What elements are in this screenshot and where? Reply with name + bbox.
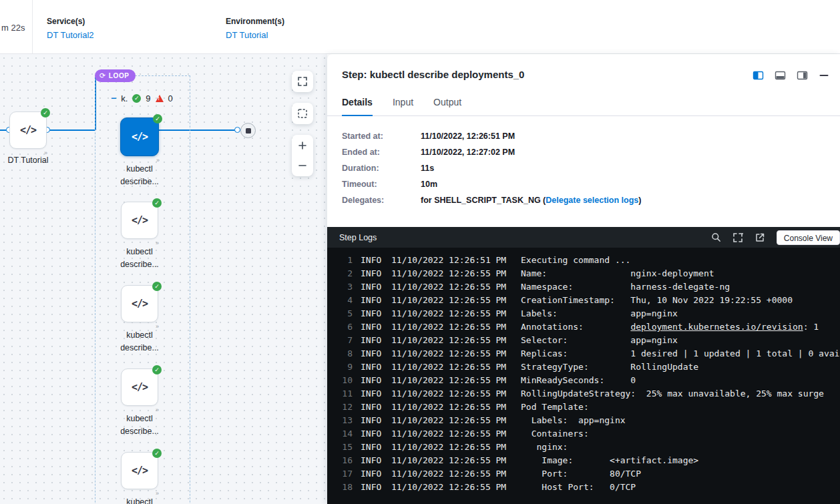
pipeline-step-node[interactable]: </>✓»: [120, 117, 159, 156]
services-value-link[interactable]: DT Tutorial2: [47, 30, 94, 40]
search-icon[interactable]: [711, 232, 721, 242]
detail-label: Duration:: [342, 164, 421, 173]
environments-label: Environment(s): [226, 17, 284, 26]
detail-value: 11s: [421, 164, 434, 173]
step-type-icon: »: [44, 150, 47, 156]
details-tabs: DetailsInputOutput: [327, 97, 840, 116]
log-line-number: 6: [334, 320, 353, 334]
log-message: Labels: app=nginx: [521, 414, 626, 427]
pipeline-node-start[interactable]: </> ✓ »: [9, 111, 47, 149]
log-line: 1INFO11/10/2022 12:26:51 PMExecuting com…: [327, 254, 840, 267]
log-timestamp: 11/10/2022 12:26:55 PM: [391, 347, 506, 360]
delegate-selection-logs-link[interactable]: Delegate selection logs: [546, 196, 638, 205]
tab-output[interactable]: Output: [433, 97, 461, 115]
detail-row: Duration:11s: [342, 164, 825, 173]
success-icon: ✓: [152, 282, 162, 291]
canvas-select-button[interactable]: [292, 103, 313, 124]
port-icon: [234, 127, 240, 133]
detail-row: Started at:11/10/2022, 12:26:51 PM: [342, 132, 825, 141]
code-icon: </>: [132, 381, 148, 393]
log-line: 9INFO11/10/2022 12:26:55 PMStrategyType:…: [327, 360, 840, 374]
zoom-out-icon[interactable]: [297, 160, 308, 171]
canvas-fullscreen-button[interactable]: [292, 71, 313, 92]
step-details-panel: Step: kubectl describe deployments_0: [327, 54, 840, 504]
error-count-icon: [156, 95, 164, 102]
loop-badge: ⟳ LOOP: [95, 69, 136, 82]
log-annotation-link[interactable]: deployment.kubernetes.io/revision: [630, 322, 803, 332]
log-level: INFO: [361, 280, 385, 294]
log-line-number: 3: [334, 280, 353, 294]
pipeline-node-end[interactable]: [240, 123, 256, 138]
right-panel-icon[interactable]: [797, 70, 808, 81]
pipeline-step-node[interactable]: </>✓»: [121, 368, 158, 406]
log-line: 11INFO11/10/2022 12:26:55 PMRollingUpdat…: [327, 387, 840, 401]
pipeline-step-node[interactable]: </>✓»: [121, 452, 158, 489]
log-line: 18INFO11/10/2022 12:26:55 PM Host Port: …: [327, 481, 840, 494]
open-in-new-icon[interactable]: [755, 232, 765, 243]
minimize-icon[interactable]: [819, 70, 829, 81]
log-message: Containers:: [521, 427, 589, 441]
log-timestamp: 11/10/2022 12:26:55 PM: [391, 414, 506, 427]
log-lines[interactable]: 1INFO11/10/2022 12:26:51 PMExecuting com…: [327, 248, 840, 504]
console-view-button[interactable]: Console View: [777, 230, 840, 245]
log-line: 8INFO11/10/2022 12:26:55 PMReplicas: 1 d…: [327, 347, 840, 360]
log-line: 2INFO11/10/2022 12:26:55 PMName: nginx-d…: [327, 267, 840, 280]
edge-start-to-loop: [47, 130, 95, 131]
loop-icon: ⟳: [99, 71, 106, 80]
tab-input[interactable]: Input: [393, 97, 413, 115]
step-panel-title: Step: kubectl describe deployments_0: [342, 69, 524, 80]
log-timestamp: 11/10/2022 12:26:51 PM: [391, 254, 506, 267]
step-node-label: kubectldescribe...: [110, 163, 170, 188]
log-line: 13INFO11/10/2022 12:26:55 PM Labels: app…: [327, 414, 840, 427]
code-icon: </>: [132, 214, 148, 226]
detail-row: Ended at:11/10/2022, 12:27:02 PM: [342, 148, 825, 157]
code-icon: </>: [132, 298, 148, 310]
log-line-number: 9: [334, 360, 353, 374]
zoom-in-icon[interactable]: [297, 140, 308, 151]
log-timestamp: 11/10/2022 12:26:55 PM: [391, 387, 506, 401]
log-message: Executing command ...: [521, 254, 630, 267]
pipeline-canvas[interactable]: ⟳ LOOP − k. 9 0 </> ✓ » DT Tutorial </>✓…: [0, 54, 327, 504]
matrix-label: k.: [121, 93, 128, 103]
log-level: INFO: [361, 347, 385, 360]
collapse-icon[interactable]: −: [111, 93, 116, 103]
bottom-panel-icon[interactable]: [775, 70, 786, 81]
detail-label: Delegates:: [342, 196, 421, 205]
log-message: MinReadySeconds: 0: [521, 374, 636, 387]
log-message: CreationTimestamp: Thu, 10 Nov 2022 19:2…: [521, 294, 793, 307]
log-line-number: 14: [334, 427, 353, 441]
success-count-icon: [132, 94, 141, 103]
log-timestamp: 11/10/2022 12:26:55 PM: [391, 401, 506, 414]
log-timestamp: 11/10/2022 12:26:55 PM: [391, 320, 506, 334]
services-group: Service(s) DT Tutorial2: [47, 17, 94, 40]
split-view-icon[interactable]: [753, 70, 764, 81]
detail-label: Timeout:: [342, 180, 421, 189]
log-level: INFO: [361, 360, 385, 374]
log-line: 5INFO11/10/2022 12:26:55 PMLabels: app=n…: [327, 307, 840, 320]
log-message: Host Port: 0/TCP: [521, 481, 636, 494]
success-icon: ✓: [152, 449, 162, 458]
log-line: 14INFO11/10/2022 12:26:55 PM Containers:: [327, 427, 840, 441]
detail-label: Started at:: [342, 132, 421, 141]
log-line-number: 4: [334, 294, 353, 307]
log-level: INFO: [361, 401, 385, 414]
log-message: RollingUpdateStrategy: 25% max unavailab…: [521, 387, 824, 401]
log-level: INFO: [361, 454, 385, 467]
log-message: StrategyType: RollingUpdate: [521, 360, 698, 374]
log-message: Selector: app=nginx: [521, 334, 678, 347]
log-line-number: 10: [334, 374, 353, 387]
details-list: Started at:11/10/2022, 12:26:51 PMEnded …: [327, 116, 840, 212]
fullscreen-logs-icon[interactable]: [732, 232, 743, 243]
tab-details[interactable]: Details: [342, 97, 373, 116]
marquee-select-icon: [297, 108, 308, 119]
pipeline-step-node[interactable]: </>✓»: [121, 285, 158, 322]
environments-value-link[interactable]: DT Tutorial: [226, 30, 284, 40]
detail-value: 11/10/2022, 12:26:51 PM: [421, 132, 515, 141]
log-level: INFO: [361, 481, 385, 494]
log-level: INFO: [361, 467, 385, 481]
log-message: nginx:: [521, 441, 568, 454]
pipeline-step-node[interactable]: </>✓»: [121, 202, 158, 239]
step-logs-header: Step Logs Console View: [327, 227, 840, 248]
log-message: Name: nginx-deployment: [521, 267, 714, 280]
header-divider: [32, 0, 33, 53]
